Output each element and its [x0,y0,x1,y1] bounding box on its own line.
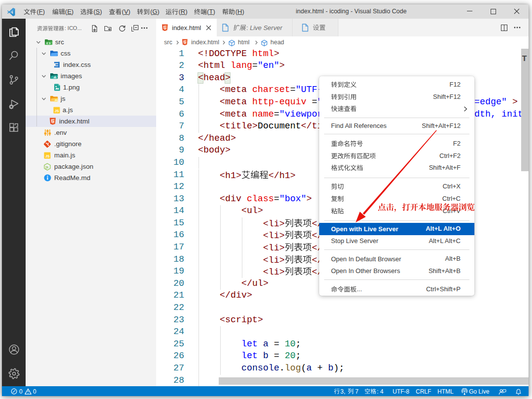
svg-text:JS: JS [55,99,58,102]
svg-text:JS: JS [45,154,50,158]
svg-text:JS: JS [55,109,59,113]
svg-text:js: js [45,165,49,169]
